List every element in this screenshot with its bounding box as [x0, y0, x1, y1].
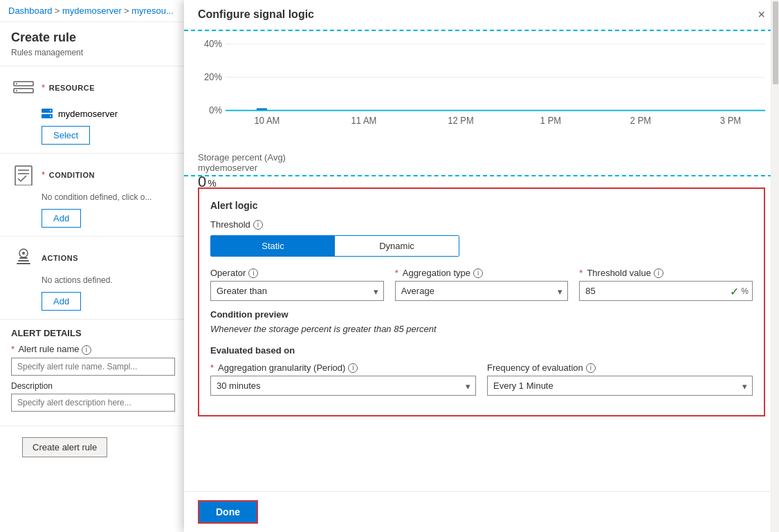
threshold-check-icon: ✓ — [730, 284, 739, 297]
actions-add-button[interactable]: Add — [42, 292, 81, 311]
modal: Configure signal logic × 40% 20% 0% 10 A… — [184, 0, 779, 532]
threshold-toggle: Static Dynamic — [210, 235, 459, 257]
threshold-value-label: * Threshold value i — [579, 268, 753, 278]
modal-footer: Done — [184, 491, 779, 532]
svg-text:10 AM: 10 AM — [255, 115, 280, 125]
condition-add-button[interactable]: Add — [42, 209, 81, 228]
frequency-label: Frequency of evaluation i — [487, 363, 753, 373]
actions-label: ACTIONS — [42, 254, 78, 262]
alert-rule-name-info-icon[interactable]: i — [82, 345, 91, 355]
done-button[interactable]: Done — [198, 500, 258, 524]
create-alert-rule-button[interactable]: Create alert rule — [22, 437, 107, 457]
aggregation-type-select-wrapper: Average — [395, 281, 569, 301]
resource-section: * RESOURCE mydemoserver Select — [0, 66, 186, 153]
modal-title: Configure signal logic — [198, 8, 314, 21]
chart-unit: % — [208, 178, 216, 189]
form-row-1: Operator i Greater than * Aggregation — [210, 268, 753, 301]
resource-row: mydemoserver — [42, 105, 175, 122]
breadcrumb-resource[interactable]: myresou... — [131, 6, 174, 16]
threshold-percent-symbol: % — [741, 286, 749, 296]
frequency-select-wrapper: Every 1 Minute — [487, 376, 753, 396]
svg-text:0%: 0% — [209, 105, 222, 116]
frequency-select[interactable]: Every 1 Minute — [487, 376, 753, 396]
actions-section: ACTIONS No actions defined. Add — [0, 236, 186, 319]
svg-point-6 — [50, 110, 51, 111]
actions-desc: No actions defined. — [42, 275, 175, 285]
svg-rect-15 — [17, 263, 30, 264]
page-title: Create rule — [0, 22, 186, 48]
actions-icon — [11, 245, 36, 270]
modal-close-button[interactable]: × — [758, 8, 765, 21]
resource-icon — [11, 75, 36, 100]
operator-group: Operator i Greater than — [210, 268, 384, 301]
aggregation-granularity-select-wrapper: 30 minutes — [210, 376, 476, 396]
condition-label: CONDITION — [49, 171, 95, 179]
threshold-info-icon[interactable]: i — [253, 220, 263, 230]
frequency-group: Frequency of evaluation i Every 1 Minute — [487, 363, 753, 396]
aggregation-type-label: * Aggregation type i — [395, 268, 569, 278]
svg-text:2 PM: 2 PM — [630, 115, 651, 125]
alert-logic-box: Alert logic Threshold i Static Dynamic O… — [198, 187, 765, 416]
modal-body: Alert logic Threshold i Static Dynamic O… — [184, 176, 779, 491]
aggregation-type-group: * Aggregation type i Average — [395, 268, 569, 301]
select-button[interactable]: Select — [42, 126, 90, 145]
page-subtitle: Rules management — [0, 48, 186, 66]
aggregation-type-info-icon[interactable]: i — [473, 268, 483, 278]
alert-rule-name-input[interactable] — [11, 358, 175, 376]
alert-details-title: ALERT DETAILS — [11, 328, 175, 338]
condition-desc: No condition defined, click o... — [42, 192, 175, 202]
dynamic-toggle-button[interactable]: Dynamic — [335, 236, 459, 256]
operator-select-wrapper: Greater than — [210, 281, 384, 301]
aggregation-granularity-select[interactable]: 30 minutes — [210, 376, 476, 396]
aggregation-granularity-label: * Aggregation granularity (Period) i — [210, 363, 476, 373]
alert-logic-title: Alert logic — [210, 200, 753, 211]
threshold-value-group: * Threshold value i ✓ % — [579, 268, 753, 301]
svg-text:11 AM: 11 AM — [351, 115, 377, 125]
description-input[interactable] — [11, 394, 175, 412]
resource-label: RESOURCE — [49, 84, 95, 92]
svg-text:1 PM: 1 PM — [540, 115, 561, 125]
alert-rule-name-label: * Alert rule name i — [11, 344, 175, 355]
operator-label: Operator i — [210, 268, 384, 278]
modal-header: Configure signal logic × — [184, 0, 779, 30]
svg-text:3 PM: 3 PM — [720, 115, 741, 125]
operator-info-icon[interactable]: i — [248, 268, 258, 278]
breadcrumb-server[interactable]: mydemoserver — [62, 6, 122, 16]
modal-scrollbar[interactable] — [771, 0, 779, 532]
right-panel: Configure signal logic × 40% 20% 0% 10 A… — [187, 0, 779, 532]
chart-area: 40% 20% 0% 10 AM 11 AM 12 PM 1 PM 2 PM 3… — [184, 31, 779, 176]
frequency-info-icon[interactable]: i — [586, 363, 596, 373]
aggregation-granularity-info-icon[interactable]: i — [348, 363, 358, 373]
svg-rect-13 — [19, 257, 28, 259]
threshold-value-info-icon[interactable]: i — [654, 268, 663, 278]
server-icon — [42, 108, 53, 119]
aggregation-type-select[interactable]: Average — [395, 281, 569, 301]
svg-text:20%: 20% — [204, 72, 222, 82]
svg-text:40%: 40% — [204, 39, 222, 49]
evaluated-based-on-title: Evaluated based on — [210, 345, 753, 356]
scrollbar-thumb[interactable] — [773, 1, 778, 84]
condition-preview-title: Condition preview — [210, 309, 753, 320]
breadcrumb: Dashboard > mydemoserver > myresou... — [0, 0, 186, 22]
chart-value: 0 — [198, 173, 206, 191]
description-label: Description — [11, 381, 175, 391]
svg-rect-14 — [18, 260, 29, 262]
condition-preview-text: Whenever the storage percent is greater … — [210, 324, 753, 334]
static-toggle-button[interactable]: Static — [211, 236, 335, 256]
threshold-label: Threshold i — [210, 219, 753, 230]
svg-rect-8 — [15, 166, 32, 185]
left-panel: Dashboard > mydemoserver > myresou... Cr… — [0, 0, 187, 532]
breadcrumb-dashboard[interactable]: Dashboard — [8, 6, 53, 16]
resource-name: mydemoserver — [58, 109, 118, 119]
chart-metric-label: Storage percent (Avg) mydemoserver — [198, 152, 765, 173]
aggregation-granularity-group: * Aggregation granularity (Period) i 30 … — [210, 363, 476, 396]
form-row-2: * Aggregation granularity (Period) i 30 … — [210, 363, 753, 396]
alert-details-section: ALERT DETAILS * Alert rule name i Descri… — [0, 319, 186, 425]
condition-icon — [11, 162, 36, 187]
svg-point-12 — [22, 252, 25, 255]
chart-svg: 40% 20% 0% 10 AM 11 AM 12 PM 1 PM 2 PM 3… — [198, 37, 765, 147]
operator-select[interactable]: Greater than — [210, 281, 384, 301]
condition-section: * CONDITION No condition defined, click … — [0, 153, 186, 236]
threshold-value-input[interactable] — [579, 281, 753, 301]
svg-point-7 — [50, 116, 51, 117]
